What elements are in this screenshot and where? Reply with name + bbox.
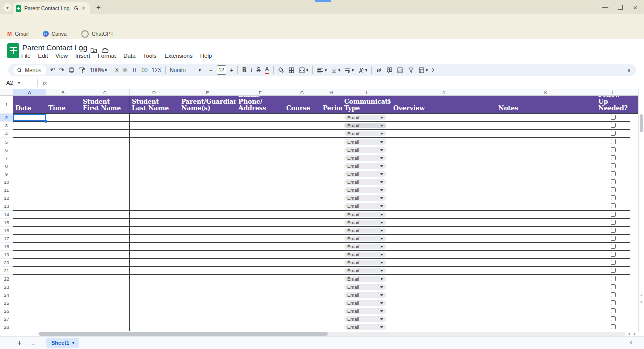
sheet-header-cell-E1[interactable]: Parent/Guardian Name(s) bbox=[179, 96, 236, 114]
cell-L16[interactable] bbox=[596, 227, 630, 235]
communication-type-dropdown[interactable]: Email bbox=[344, 123, 386, 128]
cell-H12[interactable] bbox=[320, 194, 342, 202]
bookmark-canva[interactable]: C Canva bbox=[43, 31, 67, 37]
cell-H19[interactable] bbox=[320, 251, 342, 259]
cell-B2[interactable] bbox=[46, 114, 80, 122]
cell-D14[interactable] bbox=[130, 211, 179, 219]
cell-F13[interactable] bbox=[236, 202, 284, 211]
cell-A6[interactable] bbox=[13, 146, 46, 154]
cell-K17[interactable] bbox=[496, 235, 596, 243]
cell-J26[interactable] bbox=[391, 307, 496, 315]
communication-type-dropdown[interactable]: Email bbox=[344, 203, 386, 209]
cell-J6[interactable] bbox=[391, 146, 496, 154]
cell-F26[interactable] bbox=[236, 307, 284, 315]
cell-I24[interactable]: Email bbox=[342, 291, 391, 299]
cell-B19[interactable] bbox=[46, 251, 80, 259]
cell-A16[interactable] bbox=[13, 227, 46, 235]
cell-B6[interactable] bbox=[46, 146, 80, 154]
cell-J22[interactable] bbox=[391, 275, 496, 283]
row-header-5[interactable]: 5 bbox=[0, 138, 13, 146]
cell-K2[interactable] bbox=[496, 114, 596, 122]
follow-up-checkbox[interactable] bbox=[611, 236, 616, 241]
cell-C4[interactable] bbox=[80, 130, 130, 138]
follow-up-checkbox[interactable] bbox=[611, 292, 616, 297]
cell-I2[interactable]: Email bbox=[342, 114, 391, 122]
cell-E27[interactable] bbox=[179, 315, 236, 323]
column-header-K[interactable]: K bbox=[496, 89, 596, 96]
row-header-22[interactable]: 22 bbox=[0, 275, 13, 283]
browser-tab[interactable]: Parent Contact Log - Google Sh × bbox=[13, 2, 90, 14]
cell-I28[interactable]: Email bbox=[342, 323, 391, 331]
cell-I18[interactable]: Email bbox=[342, 243, 391, 251]
cell-K19[interactable] bbox=[496, 251, 596, 259]
cell-I17[interactable]: Email bbox=[342, 235, 391, 243]
cell-H5[interactable] bbox=[320, 138, 342, 146]
cell-A14[interactable] bbox=[13, 211, 46, 219]
follow-up-checkbox[interactable] bbox=[611, 187, 616, 192]
cell-B3[interactable] bbox=[46, 122, 80, 130]
cell-J28[interactable] bbox=[391, 323, 496, 331]
cell-B13[interactable] bbox=[46, 202, 80, 211]
cell-I13[interactable]: Email bbox=[342, 202, 391, 211]
cell-J9[interactable] bbox=[391, 170, 496, 178]
cell-I10[interactable]: Email bbox=[342, 178, 391, 186]
cell-A25[interactable] bbox=[13, 299, 46, 307]
follow-up-checkbox[interactable] bbox=[611, 308, 616, 313]
window-close-button[interactable]: × bbox=[630, 2, 641, 12]
cell-H4[interactable] bbox=[320, 130, 342, 138]
cell-A24[interactable] bbox=[13, 291, 46, 299]
cell-C22[interactable] bbox=[80, 275, 130, 283]
communication-type-dropdown[interactable]: Email bbox=[344, 212, 386, 217]
cell-D23[interactable] bbox=[130, 283, 179, 291]
cell-B11[interactable] bbox=[46, 186, 80, 194]
decrease-decimal-button[interactable]: .0 bbox=[131, 67, 136, 73]
cell-B22[interactable] bbox=[46, 275, 80, 283]
column-header-F[interactable]: F bbox=[236, 89, 284, 96]
cell-A3[interactable] bbox=[13, 122, 46, 130]
cell-G4[interactable] bbox=[284, 130, 320, 138]
borders-icon[interactable] bbox=[288, 67, 295, 74]
menu-edit[interactable]: Edit bbox=[38, 53, 48, 59]
cell-E13[interactable] bbox=[179, 202, 236, 211]
communication-type-dropdown[interactable]: Email bbox=[344, 155, 386, 161]
cell-L18[interactable] bbox=[596, 243, 630, 251]
document-title[interactable]: Parent Contact Log bbox=[22, 43, 87, 52]
cell-D4[interactable] bbox=[130, 130, 179, 138]
cell-D2[interactable] bbox=[130, 114, 179, 122]
cell-L13[interactable] bbox=[596, 202, 630, 211]
cell-I9[interactable]: Email bbox=[342, 170, 391, 178]
menu-view[interactable]: View bbox=[55, 53, 68, 59]
cell-L19[interactable] bbox=[596, 251, 630, 259]
cell-G22[interactable] bbox=[284, 275, 320, 283]
bold-button[interactable]: B bbox=[242, 66, 247, 74]
sheet-header-cell-I1[interactable]: Communication Type bbox=[342, 96, 391, 114]
cell-H10[interactable] bbox=[320, 178, 342, 186]
cell-J20[interactable] bbox=[391, 259, 496, 267]
insert-chart-icon[interactable] bbox=[397, 67, 404, 74]
cell-B28[interactable] bbox=[46, 323, 80, 331]
cell-K8[interactable] bbox=[496, 162, 596, 170]
follow-up-checkbox[interactable] bbox=[611, 155, 616, 160]
cell-A19[interactable] bbox=[13, 251, 46, 259]
communication-type-dropdown[interactable]: Email bbox=[344, 163, 386, 169]
row-header-19[interactable]: 19 bbox=[0, 251, 13, 259]
row-header-11[interactable]: 11 bbox=[0, 186, 13, 194]
cell-F25[interactable] bbox=[236, 299, 284, 307]
row-header-2[interactable]: 2 bbox=[0, 114, 13, 122]
cell-G16[interactable] bbox=[284, 227, 320, 235]
cell-I19[interactable]: Email bbox=[342, 251, 391, 259]
cell-F11[interactable] bbox=[236, 186, 284, 194]
menu-help[interactable]: Help bbox=[200, 53, 212, 59]
text-color-button[interactable]: A bbox=[265, 66, 269, 74]
cell-A2[interactable] bbox=[13, 114, 46, 122]
cell-L6[interactable] bbox=[596, 146, 630, 154]
create-filter-icon[interactable] bbox=[408, 67, 414, 74]
cell-K11[interactable] bbox=[496, 186, 596, 194]
cell-E7[interactable] bbox=[179, 154, 236, 162]
cell-J10[interactable] bbox=[391, 178, 496, 186]
window-minimize-button[interactable]: — bbox=[600, 2, 611, 12]
cell-J17[interactable] bbox=[391, 235, 496, 243]
column-header-E[interactable]: E bbox=[179, 89, 236, 96]
cell-A8[interactable] bbox=[13, 162, 46, 170]
cell-E22[interactable] bbox=[179, 275, 236, 283]
